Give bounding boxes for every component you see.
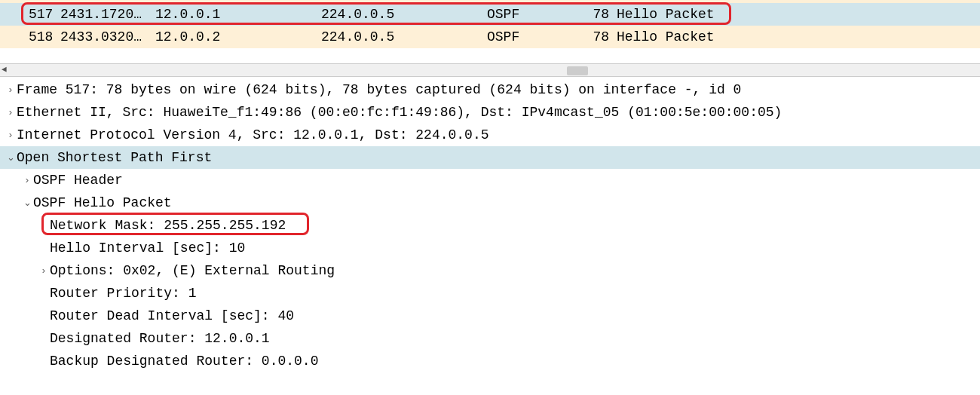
- detail-text: Network Mask: 255.255.255.192: [50, 214, 286, 237]
- tree-item-frame[interactable]: › Frame 517: 78 bytes on wire (624 bits)…: [0, 78, 980, 101]
- detail-text: Internet Protocol Version 4, Src: 12.0.0…: [17, 124, 489, 146]
- detail-text: Router Priority: 1: [50, 282, 196, 305]
- detail-text: Open Shortest Path First: [17, 146, 212, 169]
- tree-item-options[interactable]: › Options: 0x02, (E) External Routing: [0, 259, 980, 282]
- chevron-down-icon[interactable]: ⌄: [21, 191, 33, 214]
- cell-no: 517: [29, 7, 60, 22]
- chevron-right-icon[interactable]: ›: [38, 259, 50, 282]
- detail-text: Ethernet II, Src: HuaweiTe_f1:49:86 (00:…: [17, 101, 782, 124]
- detail-text: Designated Router: 12.0.0.1: [50, 327, 270, 350]
- tree-item-ospf[interactable]: ⌄ Open Shortest Path First: [0, 146, 980, 169]
- horizontal-scrollbar[interactable]: ◀: [0, 63, 980, 77]
- cell-length: 78: [593, 7, 614, 22]
- field-hello-interval[interactable]: Hello Interval [sec]: 10: [0, 237, 980, 259]
- detail-text: Options: 0x02, (E) External Routing: [50, 259, 335, 282]
- cell-no: 518: [29, 29, 60, 44]
- scroll-thumb[interactable]: [567, 66, 588, 75]
- field-network-mask[interactable]: Network Mask: 255.255.255.192: [0, 214, 980, 237]
- chevron-right-icon[interactable]: ›: [21, 169, 33, 191]
- detail-text: Router Dead Interval [sec]: 40: [50, 305, 294, 327]
- cell-source: 12.0.0.2: [155, 29, 321, 44]
- chevron-right-icon[interactable]: ›: [5, 124, 17, 146]
- cell-source: 12.0.0.1: [155, 7, 321, 22]
- tree-item-ip[interactable]: › Internet Protocol Version 4, Src: 12.0…: [0, 124, 980, 146]
- packet-list: 517 2431.1720… 12.0.0.1 224.0.0.5 OSPF 7…: [0, 0, 980, 48]
- field-router-priority[interactable]: Router Priority: 1: [0, 282, 980, 305]
- cell-length: 78: [593, 29, 614, 44]
- packet-details-pane: › Frame 517: 78 bytes on wire (624 bits)…: [0, 77, 980, 372]
- cell-info: Hello Packet: [614, 29, 980, 44]
- detail-text: OSPF Header: [33, 169, 123, 191]
- cell-time: 2431.1720…: [60, 7, 155, 22]
- cell-time: 2433.0320…: [60, 29, 155, 44]
- detail-text: Frame 517: 78 bytes on wire (624 bits), …: [17, 78, 741, 101]
- chevron-down-icon[interactable]: ⌄: [5, 146, 17, 169]
- table-row[interactable]: 517 2431.1720… 12.0.0.1 224.0.0.5 OSPF 7…: [0, 3, 980, 26]
- cell-destination: 224.0.0.5: [321, 29, 487, 44]
- tree-item-ethernet[interactable]: › Ethernet II, Src: HuaweiTe_f1:49:86 (0…: [0, 101, 980, 124]
- detail-text: Backup Designated Router: 0.0.0.0: [50, 350, 318, 372]
- chevron-right-icon[interactable]: ›: [5, 101, 17, 124]
- chevron-right-icon[interactable]: ›: [5, 78, 17, 101]
- field-designated-router[interactable]: Designated Router: 12.0.0.1: [0, 327, 980, 350]
- table-row[interactable]: 518 2433.0320… 12.0.0.2 224.0.0.5 OSPF 7…: [0, 26, 980, 48]
- cell-protocol: OSPF: [487, 29, 593, 44]
- cell-destination: 224.0.0.5: [321, 7, 487, 22]
- tree-item-hello-packet[interactable]: ⌄ OSPF Hello Packet: [0, 191, 980, 214]
- field-backup-designated-router[interactable]: Backup Designated Router: 0.0.0.0: [0, 350, 980, 372]
- tree-item-ospf-header[interactable]: › OSPF Header: [0, 169, 980, 191]
- scroll-left-icon[interactable]: ◀: [2, 64, 7, 74]
- detail-text: Hello Interval [sec]: 10: [50, 237, 245, 259]
- cell-info: Hello Packet: [614, 7, 980, 22]
- cell-protocol: OSPF: [487, 7, 593, 22]
- detail-text: OSPF Hello Packet: [33, 191, 172, 214]
- field-dead-interval[interactable]: Router Dead Interval [sec]: 40: [0, 305, 980, 327]
